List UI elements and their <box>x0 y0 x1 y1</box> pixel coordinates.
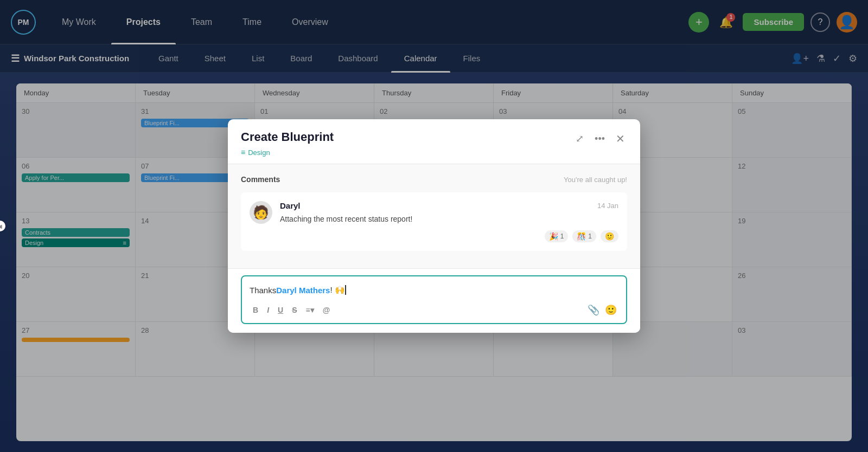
emoji-icon[interactable]: 🙂 <box>603 302 618 318</box>
reply-mention: Daryl Mathers <box>276 286 330 295</box>
attach-icon[interactable]: 📎 <box>586 302 601 318</box>
modal-actions: ⤢ ••• ✕ <box>573 130 627 147</box>
modal-tag: ≡ Design <box>241 148 270 157</box>
caught-up-text: You're all caught up! <box>564 176 627 184</box>
modal-overlay[interactable]: Create Blueprint ≡ Design ⤢ ••• ✕ Commen… <box>0 0 868 452</box>
reply-input-area[interactable]: Thanks Daryl Mathers ! 🙌 B I U S ≡▾ @ 📎 … <box>241 275 627 324</box>
comment-avatar: 🧑 <box>250 201 272 224</box>
task-modal: Create Blueprint ≡ Design ⤢ ••• ✕ Commen… <box>228 119 640 333</box>
comment-text: Attaching the most recent status report! <box>280 214 618 225</box>
comment-author: Daryl <box>280 201 301 210</box>
text-cursor <box>345 285 346 295</box>
comments-header: Comments You're all caught up! <box>241 175 627 184</box>
reply-text[interactable]: Thanks Daryl Mathers ! 🙌 <box>250 282 618 298</box>
reaction-confetti[interactable]: 🎊 1 <box>572 230 596 242</box>
reply-box: Thanks Daryl Mathers ! 🙌 B I U S ≡▾ @ 📎 … <box>228 268 640 333</box>
reply-text-before: Thanks <box>250 286 276 295</box>
comment-item: ◀ 🧑 Daryl 14 Jan Attaching the most rece… <box>241 192 627 251</box>
modal-tag-label: Design <box>248 148 270 157</box>
comment-date: 14 Jan <box>597 202 618 210</box>
comments-section: Comments You're all caught up! ◀ 🧑 Daryl… <box>228 164 640 268</box>
strikethrough-button[interactable]: S <box>289 304 300 316</box>
reaction-party[interactable]: 🎉 1 <box>545 230 569 242</box>
modal-header: Create Blueprint ≡ Design ⤢ ••• ✕ <box>228 119 640 164</box>
italic-button[interactable]: I <box>264 304 272 316</box>
comment-meta: Daryl 14 Jan <box>280 201 618 210</box>
list-button[interactable]: ≡▾ <box>302 304 317 316</box>
comment-reactions: 🎉 1 🎊 1 🙂 <box>280 230 618 242</box>
at-button[interactable]: @ <box>320 304 334 316</box>
modal-title: Create Blueprint <box>241 130 334 144</box>
comments-label: Comments <box>241 175 280 184</box>
tag-icon: ≡ <box>241 148 245 157</box>
expand-icon[interactable]: ⤢ <box>573 131 586 147</box>
modal-title-area: Create Blueprint ≡ Design <box>241 130 334 157</box>
reply-toolbar: B I U S ≡▾ @ 📎 🙂 <box>250 302 618 318</box>
reaction-smile[interactable]: 🙂 <box>601 230 618 242</box>
comment-body: Daryl 14 Jan Attaching the most recent s… <box>280 201 618 242</box>
reply-text-after: ! 🙌 <box>330 285 344 295</box>
more-options-icon[interactable]: ••• <box>592 131 607 147</box>
close-icon[interactable]: ✕ <box>614 130 627 147</box>
bold-button[interactable]: B <box>250 304 261 316</box>
underline-button[interactable]: U <box>275 304 286 316</box>
